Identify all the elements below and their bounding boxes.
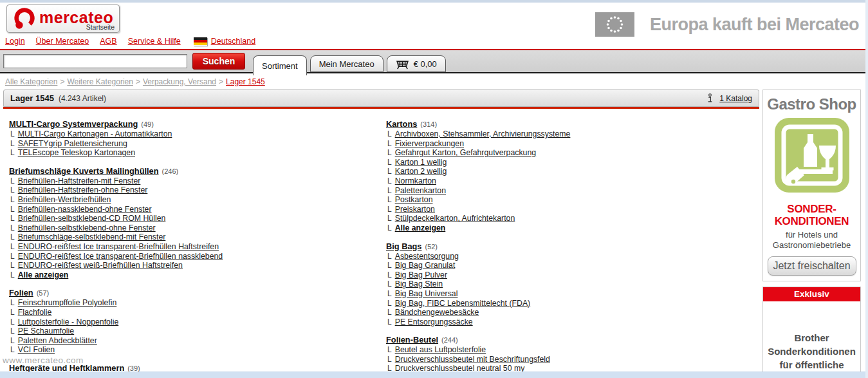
- gastro-shop-ad[interactable]: Gastro Shop SONDER- KONDITIONEN für Hote…: [762, 90, 861, 281]
- tree-corner-glyph: L: [387, 299, 392, 308]
- browser-right-edge: [865, 0, 868, 378]
- tree-corner-glyph: L: [387, 148, 392, 157]
- search-button[interactable]: Suchen: [192, 53, 245, 70]
- subcategory-link[interactable]: Big Bag Pulver: [395, 270, 447, 279]
- tab-label: Sortiment: [262, 61, 298, 71]
- tab-sortiment[interactable]: Sortiment: [253, 55, 307, 75]
- tree-corner-glyph: L: [387, 205, 392, 214]
- jetzt-freischalten-button[interactable]: Jetzt freischalten: [768, 256, 856, 276]
- germany-flag-icon: [194, 37, 207, 46]
- subcategory-link[interactable]: Big Bag Granulat: [395, 261, 456, 270]
- exklusiv-ad[interactable]: Exklusiv Brother Sonderkonditionen für ö…: [762, 287, 861, 378]
- tree-corner-glyph: L: [10, 205, 15, 214]
- tree-corner-glyph: L: [10, 261, 15, 270]
- tab--0-00[interactable]: € 0,00: [387, 55, 446, 72]
- subcategory-link[interactable]: Briefhüllen-Haftstreifen-mit Fenster: [18, 176, 141, 185]
- subcategory-link[interactable]: Gefahrgut Karton, Gefahrgutverpackung: [395, 148, 536, 157]
- browser-top-edge: [0, 0, 868, 3]
- subcategory-link[interactable]: Palettenkarton: [395, 186, 446, 195]
- breadcrumb-link[interactable]: Weitere Kategorien: [67, 77, 133, 86]
- subcategory-link[interactable]: Druckverschlussbeutel mit Beschriftungsf…: [395, 355, 550, 364]
- subcategory-link[interactable]: Beutel aus Luftpolsterfolie: [395, 345, 486, 354]
- subcategory-link[interactable]: Big Bag Universal: [395, 289, 458, 298]
- breadcrumb-link[interactable]: Alle Kategorien: [5, 77, 57, 86]
- nav-link[interactable]: Login: [5, 37, 25, 46]
- subcategory-link[interactable]: Briefhüllen-Wertbriefhüllen: [18, 195, 111, 204]
- subcategory-link[interactable]: Alle anzeigen: [395, 223, 446, 232]
- tree-corner-glyph: L: [10, 317, 15, 326]
- subcategory-link[interactable]: ENDURO-reißfest Ice transparent-Briefhül…: [18, 252, 223, 261]
- gastro-bottle-glass-icon[interactable]: [773, 117, 851, 194]
- category-count: (314): [420, 120, 437, 128]
- subcategory-link[interactable]: Briefhüllen-nassklebend-ohne Fenster: [18, 205, 152, 214]
- subcategory-link[interactable]: ENDURO-reißfest Ice transparent-Briefhül…: [18, 242, 219, 251]
- category-link[interactable]: Briefumschläge Kuverts Mailinghüllen: [9, 166, 159, 176]
- tree-corner-glyph: L: [10, 185, 15, 194]
- subcategory-link[interactable]: Asbestentsorgung: [395, 252, 459, 261]
- eu-flag-icon: [595, 12, 634, 37]
- subcategory-link[interactable]: Bändchengewebesäcke: [395, 308, 479, 317]
- tree-corner-glyph: L: [10, 242, 15, 251]
- breadcrumb-link[interactable]: Verpackung, Versand: [143, 77, 216, 86]
- category-link[interactable]: Big Bags: [386, 241, 421, 251]
- subcategory-link[interactable]: Karton 2 wellig: [395, 167, 447, 176]
- subcategory-link[interactable]: Fixierverpackungen: [395, 139, 464, 148]
- nav-link[interactable]: AGB: [100, 37, 116, 46]
- tree-corner-glyph: L: [387, 252, 392, 261]
- subcategory-link[interactable]: Briefhüllen-selbstklebend-ohne Fenster: [18, 223, 156, 232]
- subcategory-link[interactable]: Flachfolie: [18, 308, 52, 317]
- tree-corner-glyph: L: [10, 345, 15, 354]
- subcategory-link[interactable]: Briefumschläge-selbstklebend-mit Fenster: [18, 232, 166, 241]
- nav-link[interactable]: Service & Hilfe: [128, 37, 181, 46]
- subcategory-link[interactable]: SAFETYgrip Palettensicherung: [18, 139, 127, 148]
- category-section: Big Bags(52)LAsbestentsorgungLBig Bag Gr…: [386, 241, 570, 327]
- tree-corner-glyph: L: [387, 261, 392, 270]
- subcategory-link[interactable]: Postkarton: [395, 195, 433, 204]
- country-link[interactable]: Deutschland: [211, 37, 256, 46]
- tree-corner-glyph: L: [10, 336, 15, 345]
- tree-corner-glyph: L: [387, 270, 392, 279]
- category-link[interactable]: Kartons: [386, 119, 417, 129]
- subcategory-link[interactable]: Preiskarton: [395, 205, 435, 214]
- subcategory-link[interactable]: VCI Folien: [18, 345, 55, 354]
- category-link[interactable]: MULTI-Cargo Systemverpackung: [9, 119, 138, 129]
- category-link[interactable]: Folien: [9, 288, 33, 298]
- catalog-link[interactable]: 1 Katalog: [719, 94, 752, 103]
- subcategory-link[interactable]: Luftpolsterfolie - Noppenfolie: [18, 317, 119, 326]
- category-section: Briefumschläge Kuverts Mailinghüllen(246…: [9, 165, 223, 280]
- mercateo-logo-icon: [12, 6, 37, 31]
- subcategory-link[interactable]: Big Bag Stein: [395, 279, 443, 288]
- subcategory-link[interactable]: Stülpdeckelkarton, Aufrichtekarton: [395, 214, 515, 223]
- category-section: MULTI-Cargo Systemverpackung(49)LMULTI-C…: [9, 118, 223, 158]
- subcategory-link[interactable]: TELEscope Teleskop Kartonagen: [18, 148, 135, 157]
- subcategory-link[interactable]: Alle anzeigen: [18, 270, 69, 279]
- breadcrumb: Alle Kategorien>Weitere Kategorien>Verpa…: [5, 77, 265, 86]
- subcategory-link[interactable]: ENDURO-reißfest weiß-Briefhüllen Haftstr…: [18, 261, 183, 270]
- subcategory-link[interactable]: Karton 1 wellig: [395, 158, 447, 167]
- subcategory-link[interactable]: PE Schaumfolie: [18, 326, 75, 335]
- subcategory-link[interactable]: Archivboxen, Stehsammler, Archivierungss…: [395, 129, 571, 138]
- tree-corner-glyph: L: [387, 317, 392, 326]
- subcategory-link[interactable]: PE Entsorgungssäcke: [395, 317, 473, 326]
- tree-corner-glyph: L: [387, 223, 392, 232]
- tree-corner-glyph: L: [10, 326, 15, 335]
- subcategory-link[interactable]: Briefhüllen-selbstklebend-CD ROM Hüllen: [18, 214, 166, 223]
- breadcrumb-separator: >: [60, 77, 64, 86]
- subcategory-link[interactable]: Big Bag, FIBC Lebensmittelecht (FDA): [395, 299, 531, 308]
- subcategory-link[interactable]: Paletten Abdeckblätter: [18, 336, 97, 345]
- search-input[interactable]: [3, 54, 187, 68]
- tagline-text: Europa kauft bei Mercateo: [650, 15, 859, 35]
- subcategory-link[interactable]: Briefhüllen-Haftstreifen-ohne Fenster: [18, 185, 148, 194]
- subcategory-link[interactable]: MULTI-Cargo Kartonagen - Automatikkarton: [18, 129, 172, 138]
- category-link[interactable]: Folien-Beutel: [386, 335, 438, 345]
- nav-link[interactable]: Über Mercateo: [36, 37, 89, 46]
- gastro-shop-title: Gastro Shop: [763, 95, 860, 113]
- category-section: Folien(57)LFeinschrumpffolie PolyolefinL…: [9, 287, 223, 355]
- subcategory-link[interactable]: Feinschrumpffolie Polyolefin: [18, 298, 117, 307]
- page-title: Lager 1545: [10, 93, 54, 103]
- tree-corner-glyph: L: [10, 232, 15, 241]
- breadcrumb-current[interactable]: Lager 1545: [226, 77, 265, 86]
- mercateo-logo[interactable]: mercateo Startseite: [6, 5, 120, 33]
- subcategory-link[interactable]: Normkarton: [395, 176, 436, 185]
- tab-mein-mercateo[interactable]: Mein Mercateo: [310, 55, 383, 72]
